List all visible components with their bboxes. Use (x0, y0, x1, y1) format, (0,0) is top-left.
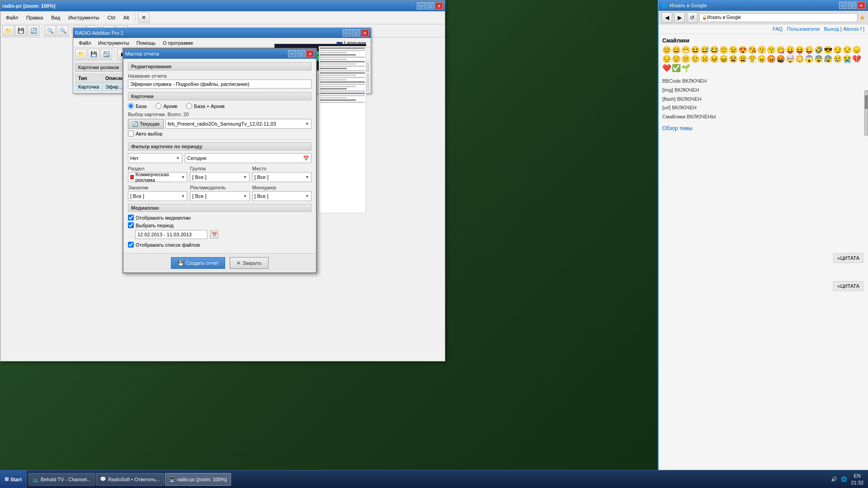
menu-tools[interactable]: Инструменты (65, 14, 103, 21)
filter-date-field[interactable]: Сегодня 📅 (185, 153, 311, 163)
quote-btn-1[interactable]: «ЦИТАТА (833, 253, 863, 263)
address-bar[interactable]: 🔒 Искать в Google (699, 13, 858, 22)
back-button[interactable]: ◀ (661, 12, 672, 23)
adsmanpro-maximize[interactable]: □ (352, 29, 360, 37)
smiley-33[interactable]: 😡 (767, 55, 776, 63)
period-input[interactable] (135, 230, 208, 239)
close-dialog-button[interactable]: ✕ Закрыть (230, 257, 268, 269)
smiley-34[interactable]: 🤬 (776, 55, 785, 63)
radio-baza[interactable]: База (128, 103, 146, 109)
radio-arhiv-input[interactable] (156, 103, 161, 109)
smiley-5[interactable]: 😅 (700, 46, 709, 54)
smiley-24[interactable]: 😕 (681, 55, 690, 63)
menu-file-ads[interactable]: Файл (75, 39, 94, 47)
reklamodatel-dropdown[interactable]: [ Все ] ▼ (190, 191, 249, 201)
close-button[interactable]: ✕ (435, 2, 443, 9)
select-period-checkbox[interactable] (128, 222, 134, 228)
menu-edit[interactable]: Правка (23, 14, 47, 21)
smiley-22[interactable]: 😔 (662, 55, 671, 63)
menu-help-ads[interactable]: Помощь (133, 39, 160, 47)
show-mediaplan-checkbox[interactable] (128, 215, 134, 221)
users-link[interactable]: Пользователи (787, 26, 820, 32)
report-name-input[interactable] (128, 80, 311, 89)
forum-min[interactable]: ─ (839, 2, 847, 9)
smiley-43[interactable]: ❤️ (662, 64, 671, 72)
filter-cal-btn[interactable]: 📅 (303, 155, 309, 161)
period-cal-btn[interactable]: 📅 (210, 230, 218, 239)
smiley-8[interactable]: 😉 (729, 46, 738, 54)
minimize-button[interactable]: ─ (417, 2, 425, 9)
smiley-9[interactable]: 😍 (738, 46, 747, 54)
scrollbar[interactable] (864, 90, 868, 136)
toolbar-refresh[interactable]: 🔄 (28, 25, 39, 36)
smiley-17[interactable]: 🤣 (814, 46, 823, 54)
smiley-23[interactable]: 😟 (672, 55, 681, 63)
smiley-3[interactable]: 😁 (681, 46, 690, 54)
mesto-dropdown[interactable]: [ Все ] ▼ (252, 172, 311, 182)
smiley-10[interactable]: 😘 (748, 46, 757, 54)
smiley-6[interactable]: 😂 (710, 46, 719, 54)
menedzher-dropdown[interactable]: [ Все ] ▼ (252, 191, 311, 201)
menu-tools-ads[interactable]: Инструменты (94, 39, 133, 47)
faq-link[interactable]: FAQ (773, 26, 783, 32)
smiley-13[interactable]: 😋 (776, 46, 785, 54)
taskbar-item-3[interactable]: 🖥️ radio-pc [zoom: 100%] (165, 473, 231, 486)
refresh-button[interactable]: ↺ (687, 12, 698, 23)
theme-link[interactable]: Обзор темы (662, 125, 693, 131)
menu-about-ads[interactable]: О программе (159, 39, 197, 47)
ads-tb-1[interactable]: 📁 (75, 49, 87, 60)
smiley-31[interactable]: 😤 (748, 55, 757, 63)
show-files-checkbox[interactable] (128, 242, 134, 248)
smiley-35[interactable]: 🤯 (786, 55, 795, 63)
smiley-1[interactable]: 😊 (662, 46, 671, 54)
smiley-44[interactable]: ✅ (672, 64, 681, 72)
zakazchik-dropdown[interactable]: [ Все ] ▼ (128, 191, 187, 201)
quote-btn-2[interactable]: «ЦИТАТА (833, 281, 863, 291)
smiley-25[interactable]: 🙁 (691, 55, 700, 63)
dialog-maximize[interactable]: □ (297, 50, 305, 57)
smiley-45[interactable]: 🌱 (681, 64, 690, 72)
smiley-7[interactable]: 🙂 (719, 46, 728, 54)
smiley-14[interactable]: 😛 (786, 46, 795, 54)
tray-network[interactable]: 🌐 (841, 476, 847, 482)
dialog-minimize[interactable]: ─ (288, 50, 296, 57)
smiley-30[interactable]: 😩 (738, 55, 747, 63)
smiley-15[interactable]: 😝 (795, 46, 804, 54)
radio-baza-arhiv[interactable]: База + Архив (186, 103, 225, 109)
smiley-41[interactable]: 😭 (843, 55, 852, 63)
menu-alt[interactable]: Alt (120, 14, 133, 21)
adsmanpro-minimize[interactable]: ─ (343, 29, 351, 37)
smiley-2[interactable]: 😄 (672, 46, 681, 54)
toolbar-zoom-out[interactable]: 🔍 (44, 25, 56, 36)
ads-tb-2[interactable]: 💾 (88, 49, 99, 60)
gruppa-dropdown[interactable]: [ Все ] ▼ (190, 172, 249, 182)
razdel-dropdown[interactable]: Коммерческая реклама ▼ (128, 172, 187, 182)
bookmark-icon[interactable]: ★ (859, 14, 865, 21)
forward-button[interactable]: ▶ (674, 12, 685, 23)
smiley-19[interactable]: 😏 (833, 46, 842, 54)
smiley-32[interactable]: 😠 (757, 55, 766, 63)
auto-select-checkbox[interactable] (128, 131, 134, 136)
radio-baza-input[interactable] (128, 103, 134, 109)
toolbar-btn-x[interactable]: ✕ (138, 12, 150, 23)
current-card-btn[interactable]: 🔄 Текущая (128, 119, 164, 129)
menu-ctrl[interactable]: Ctrl (104, 14, 119, 21)
smiley-16[interactable]: 😜 (805, 46, 814, 54)
smiley-39[interactable]: 😰 (824, 55, 833, 63)
smiley-42[interactable]: 💔 (852, 55, 861, 63)
ads-tb-3[interactable]: ↩️ (100, 49, 112, 60)
toolbar-zoom-in[interactable]: 🔍 (57, 25, 69, 36)
smiley-20[interactable]: 😒 (843, 46, 852, 54)
radio-baza-arhiv-input[interactable] (186, 103, 192, 109)
scrollbar-thumb[interactable] (865, 95, 868, 109)
maximize-button[interactable]: □ (426, 2, 434, 9)
filter-select-dropdown[interactable]: Нет ▼ (128, 153, 182, 163)
menu-file[interactable]: Файл (2, 14, 22, 21)
taskbar-item-1[interactable]: 📺 Behold TV - Channel... (28, 473, 95, 486)
forum-close[interactable]: ✕ (857, 2, 865, 9)
smiley-40[interactable]: 😢 (833, 55, 842, 63)
smiley-36[interactable]: 😳 (795, 55, 804, 63)
dialog-close-btn[interactable]: ✕ (306, 50, 314, 57)
tray-speaker[interactable]: 🔊 (831, 476, 837, 482)
smiley-21[interactable]: 😞 (852, 46, 861, 54)
